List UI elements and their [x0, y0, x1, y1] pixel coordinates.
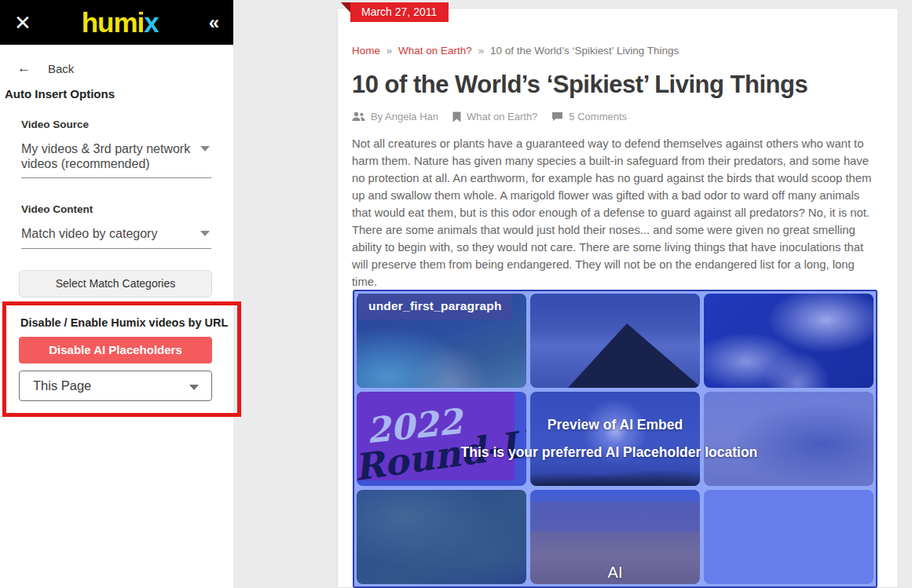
breadcrumb-separator: »	[475, 45, 488, 57]
comments-segment: 5 Comments	[551, 111, 627, 122]
comment-icon	[551, 111, 563, 122]
users-icon	[352, 111, 365, 122]
preview-tile-roundup: 2022 Round-Up	[357, 392, 526, 486]
page-scope-select[interactable]: This Page	[19, 371, 212, 401]
logo-x: x	[144, 7, 158, 38]
humix-sidebar: ✕ humix « ← Back Auto Insert Options Vid…	[0, 0, 233, 588]
article-paragraph: Not all creatures or plants have a guara…	[338, 122, 880, 290]
panel-title: Auto Insert Options	[0, 76, 233, 100]
ai-embed-preview-grid: 2022 Round-Up under_first_paragraph Prev…	[353, 290, 877, 588]
article-byline: By Angela Han What on Earth? 5 Comments	[338, 99, 898, 122]
breadcrumb-category-link[interactable]: What on Earth?	[398, 45, 472, 57]
video-content-field: Video Content Match video by category	[0, 203, 233, 248]
article-card: March 27, 2011 Home » What on Earth? » 1…	[337, 8, 899, 588]
category-name[interactable]: What on Earth?	[467, 111, 537, 122]
back-button[interactable]: ← Back	[0, 45, 233, 76]
preview-heading: Preview of AI Embed	[548, 417, 683, 433]
video-source-value: My videos & 3rd party network videos (re…	[21, 141, 191, 171]
disable-ai-placeholders-button[interactable]: Disable AI Placeholders	[19, 337, 212, 363]
video-source-select[interactable]: My videos & 3rd party network videos (re…	[21, 137, 211, 178]
humix-logo: humix	[31, 7, 209, 38]
preview-tile-moon-sky	[530, 392, 700, 486]
page-title: 10 of the World’s ‘Spikiest’ Living Thin…	[338, 57, 898, 99]
collapse-chevron-icon[interactable]: «	[209, 13, 219, 32]
chevron-down-icon	[189, 385, 199, 390]
video-content-label: Video Content	[21, 203, 211, 215]
bookmark-icon	[452, 111, 461, 122]
page-scope-value: This Page	[33, 378, 91, 393]
date-badge: March 27, 2011	[350, 2, 449, 22]
breadcrumb-home-link[interactable]: Home	[352, 45, 380, 57]
preview-tile-volcano	[530, 294, 700, 388]
preview-tile-foliage	[357, 490, 526, 584]
chevron-down-icon	[200, 146, 210, 152]
preview-tile-iceberg	[704, 490, 874, 584]
close-icon[interactable]: ✕	[14, 13, 31, 33]
category-segment: What on Earth?	[452, 111, 537, 122]
url-section-label: Disable / Enable Humix videos by URL	[0, 298, 233, 329]
breadcrumb-current: 10 of the World’s ‘Spikiest’ Living Thin…	[490, 45, 679, 57]
breadcrumb-separator: »	[383, 45, 396, 57]
ai-watermark-label: AI	[608, 564, 623, 582]
author-name[interactable]: By Angela Han	[371, 111, 438, 122]
chevron-down-icon	[200, 231, 210, 236]
sidebar-header: ✕ humix «	[0, 0, 233, 45]
back-label: Back	[48, 62, 74, 75]
comments-count[interactable]: 5 Comments	[569, 111, 627, 122]
author-segment: By Angela Han	[352, 111, 438, 122]
video-source-field: Video Source My videos & 3rd party netwo…	[0, 119, 233, 178]
placeholder-slot-label: under_first_paragraph	[358, 294, 512, 320]
back-arrow-icon: ←	[17, 60, 31, 76]
video-source-label: Video Source	[21, 119, 211, 130]
preview-tile-komodo	[704, 392, 874, 486]
video-content-select[interactable]: Match video by category	[21, 221, 211, 248]
logo-text: humi	[82, 7, 145, 38]
video-content-value: Match video by category	[21, 226, 191, 241]
preview-subheading: This is your preferred AI Placeholder lo…	[461, 444, 758, 461]
preview-tile-earth	[704, 294, 874, 388]
select-match-categories-button[interactable]: Select Match Categories	[19, 270, 212, 298]
